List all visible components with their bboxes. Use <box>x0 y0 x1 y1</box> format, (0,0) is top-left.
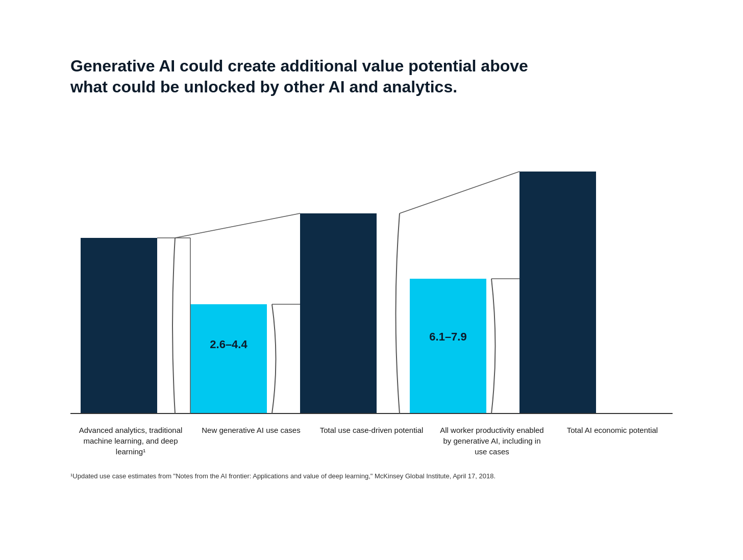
bar-new-gen-ai <box>190 304 267 413</box>
chart-container: Generative AI could create additional va… <box>40 30 703 530</box>
connector-2-3-top <box>175 213 300 238</box>
labels-row: Advanced analytics, traditional machine … <box>70 425 673 457</box>
bar-advanced-analytics <box>81 238 157 413</box>
annotation-bar2: 2.6–4.4 <box>210 338 247 351</box>
brace-right-2 <box>491 279 496 413</box>
label-bar3: Total use case-driven potential <box>311 425 432 457</box>
connector-4-5-top <box>400 172 519 213</box>
label-bar5: Total AI economic potential <box>552 425 673 457</box>
bar-total-usecase <box>300 213 377 413</box>
brace-left-1 <box>172 238 175 413</box>
label-bar4: All worker productivity enabled by gener… <box>432 425 552 457</box>
chart-area: 2.6–4.4 6.1–7.9 <box>70 129 673 415</box>
chart-title: Generative AI could create additional va… <box>70 56 530 98</box>
label-bar1: Advanced analytics, traditional machine … <box>70 425 191 457</box>
bar-total-ai <box>519 172 596 413</box>
footnote: ¹Updated use case estimates from "Notes … <box>70 472 673 480</box>
bar-worker-productivity <box>410 279 486 413</box>
brace-left-2 <box>396 213 400 413</box>
annotation-bar4: 6.1–7.9 <box>429 330 466 343</box>
chart-svg: 2.6–4.4 6.1–7.9 <box>70 129 673 415</box>
brace-right-1 <box>272 304 276 413</box>
label-bar2: New generative AI use cases <box>191 425 311 457</box>
